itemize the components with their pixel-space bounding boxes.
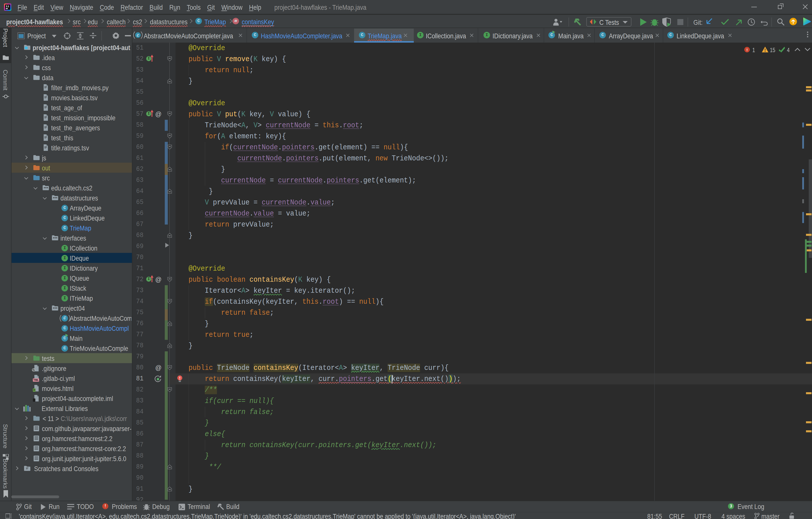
svg-text:C: C	[137, 34, 139, 38]
